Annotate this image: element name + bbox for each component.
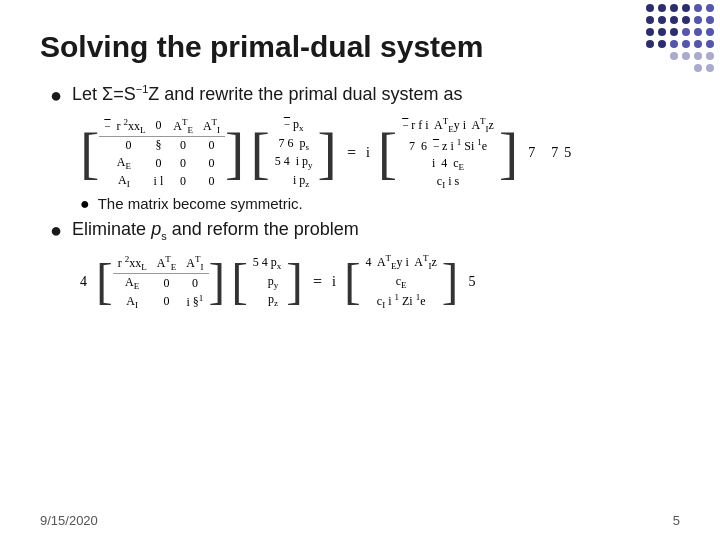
bullet-dot-1: ● (50, 84, 62, 107)
svg-point-12 (658, 40, 666, 48)
result-vector-2: [ 4 ATEy i ATIz cE cI i 1 Zi 1e ] (344, 252, 459, 311)
slide-container: Solving the primal-dual system ● Let Σ=S… (0, 0, 720, 540)
svg-point-8 (646, 28, 654, 36)
svg-point-16 (706, 16, 714, 24)
svg-point-22 (694, 40, 702, 48)
svg-point-20 (670, 40, 678, 48)
svg-point-2 (670, 4, 678, 12)
bullet-1-text: Let Σ=S−1Z and rewrite the primal dual s… (72, 82, 462, 107)
matrix-left-2: [ r 2xxL ATE ATI AE 0 0 AI 0 (96, 253, 225, 312)
five-label-2: 5 (468, 274, 475, 290)
result-vector-1: [ − r f i ATEy i ATIz 7 6 − z i 1 Si 1e … (378, 115, 518, 191)
bullet-2-text: Eliminate ps and reform the problem (72, 217, 359, 244)
matrix-eq-1: [ − r 2xxL 0 ATE ATI 0 § 0 (80, 115, 680, 191)
svg-point-7 (682, 16, 690, 24)
slide-title: Solving the primal-dual system (40, 30, 680, 64)
footer-page: 5 (673, 513, 680, 528)
equals-sign-1: = (347, 144, 356, 162)
svg-point-19 (706, 28, 714, 36)
svg-point-9 (658, 28, 666, 36)
svg-point-27 (670, 52, 678, 60)
svg-point-10 (670, 28, 678, 36)
svg-point-26 (682, 52, 690, 60)
svg-point-17 (682, 28, 690, 36)
svg-point-24 (694, 52, 702, 60)
svg-point-5 (658, 16, 666, 24)
footer: 9/15/2020 5 (40, 513, 680, 528)
svg-point-25 (706, 52, 714, 60)
five-label: 5 (564, 145, 571, 161)
svg-point-23 (706, 40, 714, 48)
sub-bullet-1: ● The matrix become symmetric. (80, 195, 680, 213)
svg-point-18 (694, 28, 702, 36)
svg-point-13 (694, 4, 702, 12)
bullet-1: ● Let Σ=S−1Z and rewrite the primal dual… (50, 82, 680, 107)
right-bracket-1a: ] (225, 127, 244, 179)
svg-point-0 (646, 4, 654, 12)
sub-bullet-text-1: The matrix become symmetric. (98, 195, 303, 212)
four-label-2: 4 (80, 274, 87, 290)
svg-point-4 (646, 16, 654, 24)
title-area: Solving the primal-dual system (40, 30, 680, 64)
matrix-left: [ − r 2xxL 0 ATE ATI 0 § 0 (80, 116, 244, 191)
svg-point-21 (682, 40, 690, 48)
dots-decoration (640, 0, 720, 100)
matrix-table-1: − r 2xxL 0 ATE ATI 0 § 0 0 AE (99, 116, 225, 191)
svg-point-28 (694, 64, 702, 72)
matrix-eq-2: 4 [ r 2xxL ATE ATI AE 0 0 AI (80, 252, 680, 311)
footer-date: 9/15/2020 (40, 513, 98, 528)
bullet-dot-2: ● (50, 219, 62, 242)
svg-point-15 (694, 16, 702, 24)
seven-label: 7 (528, 145, 535, 161)
vector-x: [ − px 7 6 ps 5 4 i py i pz ] (250, 116, 337, 190)
bullet-2: ● Eliminate ps and reform the problem (50, 217, 680, 244)
svg-point-6 (670, 16, 678, 24)
seven-label-2: 7 (551, 145, 558, 161)
svg-point-14 (706, 4, 714, 12)
left-bracket-1: [ (80, 127, 99, 179)
svg-point-11 (646, 40, 654, 48)
svg-point-29 (706, 64, 714, 72)
equals-sign-2: = (313, 273, 322, 291)
svg-point-3 (682, 4, 690, 12)
svg-point-1 (658, 4, 666, 12)
content-area: ● Let Σ=S−1Z and rewrite the primal dual… (40, 82, 680, 312)
sub-bullet-dot-1: ● (80, 195, 90, 213)
i-label-1: i (366, 145, 370, 161)
i-label-2: i (332, 274, 336, 290)
vector-x-2: [ 5 4 px py pz ] (231, 254, 303, 309)
